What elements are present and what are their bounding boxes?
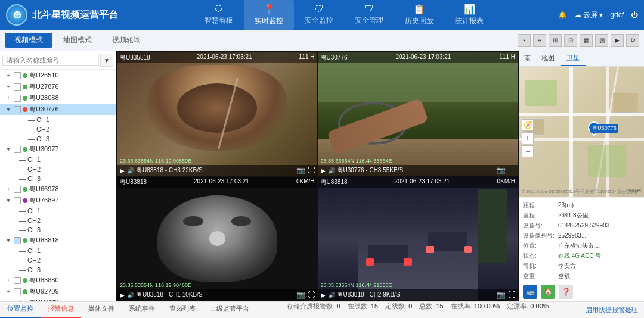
sound-icon-4[interactable]: 🔊: [328, 292, 335, 298]
nav-stats[interactable]: 📊 统计报表: [444, 0, 494, 30]
sidebar-item-U30776-CH2[interactable]: — CH2: [12, 124, 116, 134]
sidebar-item-U30776[interactable]: ▼ 粤U30776: [0, 104, 116, 115]
sidebar-item-U26510[interactable]: + 粤U26510: [0, 70, 116, 81]
status-dot: [23, 147, 27, 152]
video-4-actions: 📷 ⛶: [497, 291, 515, 299]
map-tabs: 南 地图 卫星: [519, 51, 644, 67]
nav-safety[interactable]: 🛡 安全监控: [294, 0, 344, 30]
sidebar-item-U30776-CH3[interactable]: — CH3: [12, 134, 116, 144]
bottom-tab-media[interactable]: 媒体文件: [81, 302, 122, 318]
home-action-icon[interactable]: 🏠: [541, 285, 555, 299]
sidebar: ▼ + 粤U26510 + 粤U27876 + 粤U28088 ▼ 粤U3077…: [0, 51, 116, 301]
map-view[interactable]: 🧭 + − 粤U30776 200米 © 2021 Baidu·GS(2019)…: [519, 67, 644, 197]
play-icon[interactable]: ▶: [611, 34, 624, 47]
sidebar-item-U83818[interactable]: ▼ 粤U83818: [0, 235, 116, 246]
sidebar-item-U30977-CH2[interactable]: — CH2: [12, 164, 116, 174]
play-icon-1[interactable]: ▶: [120, 167, 125, 174]
sidebar-item-U76897-CH2[interactable]: — CH2: [12, 216, 116, 225]
search-input[interactable]: [2, 55, 99, 66]
play-icon-2[interactable]: ▶: [321, 167, 326, 174]
bus-action-icon[interactable]: 🚌: [523, 285, 537, 299]
sidebar-item-U83818-CH1[interactable]: — CH1: [12, 246, 116, 255]
settings-icon[interactable]: ⚙: [626, 34, 639, 47]
sidebar-item-U28088[interactable]: + 粤U28088: [0, 92, 116, 104]
play-icon-3[interactable]: ▶: [120, 292, 125, 298]
sound-icon-1[interactable]: 🔊: [127, 167, 134, 174]
video-cell-2[interactable]: 粤U30776 2021-06-23 17:03:21 111 H 23.35.…: [318, 52, 518, 176]
camera-icon-2[interactable]: 📷: [497, 166, 506, 174]
bell-icon[interactable]: 🔔: [558, 11, 567, 19]
sidebar-item-U30977[interactable]: ▼ 粤U30977: [0, 144, 116, 155]
sidebar-item-U83818-CH2[interactable]: — CH2: [12, 255, 116, 265]
quick-alarm-button[interactable]: 启用快捷报警处理: [580, 302, 644, 318]
zoom-in-button[interactable]: +: [522, 132, 534, 144]
zoom-out-button[interactable]: −: [522, 145, 534, 157]
camera-icon-4[interactable]: 📷: [497, 291, 506, 299]
vehicle-label: 粤U28088: [29, 93, 59, 102]
status-online: 在线数: 15: [348, 302, 378, 318]
video-bottom-bar-2: ▶ 🔊 粤U30776 - CH3 55KB/S 📷 ⛶: [318, 165, 518, 176]
info-row-location: 位置: 广东省汕头市...: [523, 241, 640, 251]
sidebar-item-U30977-CH1[interactable]: — CH1: [12, 155, 116, 164]
sidebar-item-U83818-CH3[interactable]: — CH3: [12, 265, 116, 275]
map-tab-normal[interactable]: 地图: [535, 51, 561, 66]
sidebar-item-U76897[interactable]: ▼ 粤U76897: [0, 195, 116, 206]
cloud-icon[interactable]: ☁ 云屏 ▾: [574, 10, 603, 20]
layout-1x1-icon[interactable]: ▪: [518, 34, 531, 47]
sidebar-children-U83818: — CH1 — CH2 — CH3: [0, 246, 116, 275]
tab-video-mode[interactable]: 视频模式: [5, 33, 52, 48]
sidebar-item-U30776-CH1[interactable]: — CH1: [12, 115, 116, 124]
camera-icon-1[interactable]: 📷: [296, 166, 305, 174]
layout-4x4-icon[interactable]: ⊟: [564, 34, 577, 47]
video-cell-1[interactable]: 粤U835518 2021-06-23 17:03:21 111 H 23.35…: [117, 52, 317, 176]
bottom-tab-system[interactable]: 系统事件: [122, 302, 162, 318]
layout-3x3-icon[interactable]: ⊞: [549, 34, 562, 47]
video-1-label: 粤U83818 - CH3 22KB/S: [137, 166, 294, 174]
sidebar-item-U76897-CH3[interactable]: — CH3: [12, 225, 116, 235]
layout-custom-icon[interactable]: ▧: [595, 34, 608, 47]
driver-value: 李安方: [558, 261, 640, 271]
bottom-tab-location[interactable]: 位置监控: [0, 302, 41, 318]
sound-icon-2[interactable]: 🔊: [328, 167, 335, 174]
tab-video-tour[interactable]: 视频轮询: [103, 33, 150, 48]
status-dot: [23, 198, 27, 203]
info-row-status: 状态: 在线 4G ACC 号: [523, 251, 640, 261]
bottom-tab-list[interactable]: 查岗列表: [162, 302, 203, 318]
fullscreen-icon-1[interactable]: ⛶: [308, 166, 315, 174]
fullscreen-icon-4[interactable]: ⛶: [508, 291, 515, 299]
compass-icon[interactable]: 🧭: [522, 119, 534, 131]
filter-button[interactable]: ▼: [100, 54, 113, 67]
nav-realtime[interactable]: 📍 实时监控: [244, 0, 294, 30]
nav-smart-view[interactable]: 🛡 智慧看板: [194, 0, 244, 30]
mileage-value: 2341.8公里: [558, 210, 640, 220]
bottom-tab-platform[interactable]: 上级监管平台: [203, 302, 256, 318]
bottom-tab-alarm[interactable]: 报警信息: [41, 302, 81, 318]
mileage-label: 里程:: [523, 210, 556, 220]
sidebar-item-U76897-CH1[interactable]: — CH1: [12, 206, 116, 216]
help-action-icon[interactable]: ❓: [559, 285, 573, 299]
fullscreen-icon-2[interactable]: ⛶: [508, 166, 515, 174]
sound-icon-3[interactable]: 🔊: [127, 292, 134, 298]
fullscreen-icon-3[interactable]: ⛶: [308, 291, 315, 299]
nav-safety-mgmt-label: 安全管理: [355, 15, 383, 26]
power-icon[interactable]: ⏻: [631, 11, 638, 19]
video-cell-3[interactable]: 粤U83818 2021-06-23 17:03:21 0KM/H 23.35.…: [117, 177, 317, 300]
play-icon-4[interactable]: ▶: [321, 292, 326, 298]
camera-icon-3[interactable]: 📷: [296, 291, 305, 299]
tab-map-mode[interactable]: 地图模式: [54, 33, 101, 48]
status-total: 总数: 15: [419, 302, 443, 318]
sidebar-item-U30977-CH3[interactable]: — CH3: [12, 174, 116, 183]
layout-5x5-icon[interactable]: ▦: [580, 34, 593, 47]
nav-safety-mgmt[interactable]: 🛡 安全管理: [344, 0, 394, 30]
layout-2x2-icon[interactable]: ▪▪: [533, 34, 546, 47]
sidebar-item-U27876[interactable]: + 粤U27876: [0, 81, 116, 92]
video-cell-4[interactable]: 粤U83818 2021-06-23 17:03:21 0KM/H 23.35.…: [318, 177, 518, 300]
sidebar-item-U92709[interactable]: + 粤U92709: [0, 286, 116, 297]
map-tab-satellite[interactable]: 卫星: [561, 51, 586, 66]
sidebar-item-U83880[interactable]: + 粤U83880: [0, 275, 116, 286]
user-label[interactable]: gdcf: [610, 11, 624, 19]
sidebar-item-U66978[interactable]: + 粤U66978: [0, 183, 116, 195]
nav-history[interactable]: 📋 历史回放: [394, 0, 444, 30]
bottom-status: 存储介质报警数: 0 在线数: 15 定线数: 0 总数: 15 在线率: 10…: [281, 302, 555, 318]
sidebar-item-UU1971[interactable]: + 粤UU1971: [0, 297, 116, 301]
